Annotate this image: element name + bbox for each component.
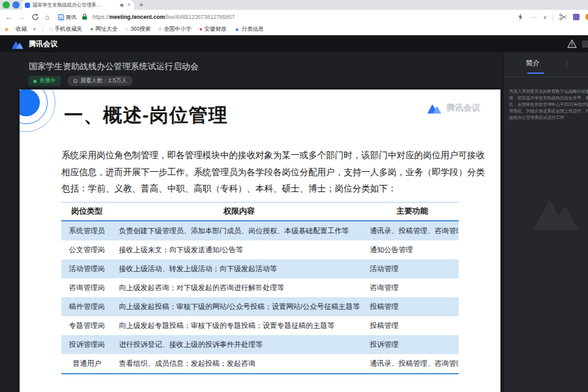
table-header-cell: 权限内容 (112, 206, 366, 217)
table-row: 普通用户查看组织、成员信息；发起投稿；发起咨询通讯录、投稿管理、咨询管理 (61, 354, 459, 373)
phone-bookmark-icon: □ (50, 27, 53, 32)
table-row: 活动管理岗接收上级活动、转发上级活动；向下级发起活动等活动管理 (61, 259, 459, 278)
live-status-badge: 直播中 (29, 76, 61, 86)
tab-strip: 国家学生资助战线办公管理系… × + (0, 0, 588, 10)
tab-intro[interactable]: 简介 (526, 59, 540, 68)
screen: 国家学生资助战线办公管理系… × + ← → ⌂ 证 腾讯 https://me… (0, 0, 588, 392)
tab-active-underline (527, 73, 544, 74)
table-cell: 投诉管理 (366, 340, 459, 350)
address-row: ← → ⌂ 证 腾讯 https://meeting.tencent.com/l… (0, 10, 588, 24)
chevron-down-icon[interactable]: ∨ (543, 14, 547, 20)
flash-save-icon[interactable] (517, 13, 523, 21)
header-edge-icon[interactable] (582, 41, 588, 48)
forward-button[interactable]: → (18, 10, 25, 24)
table-cell: 负责创建下级管理员、添加本部门成员、岗位授权、本级基础配置工作等 (112, 226, 366, 236)
table-row: 咨询管理岗向上级发起咨询；对下级发起的咨询进行解答处理等咨询管理 (61, 278, 459, 297)
tab-close-button[interactable]: × (127, 2, 131, 8)
table-cell: 稿件管理岗 (61, 302, 112, 312)
bookmarks-divider (42, 26, 43, 33)
info-sidebar: 简介 为深入贯彻落实党的教育数字化战略行动要求，推动学生资助数字化转型升级，切实… (503, 52, 588, 392)
back-button[interactable]: ← (5, 10, 12, 24)
bookmark-item[interactable]: ○360搜索 (125, 25, 151, 33)
table-row: 公文管理岗接收上级来文；向下级发送通知/公告等通知公告管理 (61, 240, 459, 259)
meeting-header: 腾讯会议 (0, 35, 588, 52)
new-tab-button[interactable]: + (139, 0, 143, 10)
paragraph-line: 系统采用岗位角色制管理，即各管理模块中的接收对象为某一或多个部门时，该部门中对应… (61, 147, 468, 164)
site-verify-icon: 证 (58, 14, 64, 20)
bookmark-label: 全国中小学 (163, 25, 191, 33)
bookmark-item[interactable]: □手机收藏夹 (50, 25, 82, 33)
favorites-star-icon[interactable]: ★ (4, 26, 9, 33)
slide-logo: 腾讯会议 (426, 101, 480, 114)
favorites-caret-icon[interactable]: ▾ (33, 27, 36, 32)
url-path: /live/6465123673812785857 (165, 14, 235, 20)
slide-title: 一、概述-岗位管理 (64, 103, 228, 129)
live-status-label: 直播中 (39, 77, 56, 85)
table-cell: 向上级发起投稿；审核下级的网站/公众号投稿；设置网站/公众号征稿主题等 (112, 302, 366, 312)
slide-logo-icon (426, 101, 443, 114)
watermark-logo-icon (529, 191, 585, 233)
table-cell: 接收上级活动、转发上级活动；向下级发起活动等 (112, 264, 366, 274)
table-cell: 活动管理岗 (61, 264, 112, 274)
bookmark-item[interactable]: ▲分类信息 (235, 25, 264, 33)
toolbar-divider (553, 13, 553, 21)
address-bar[interactable]: https://meeting.tencent.com/live/6465123… (93, 14, 235, 20)
search-360-icon: ○ (125, 27, 129, 32)
brand-name[interactable]: 腾讯会议 (29, 39, 57, 49)
refresh-button[interactable] (31, 13, 39, 21)
extension-orange-icon[interactable] (585, 14, 588, 20)
bookmark-label: 手机收藏夹 (54, 25, 82, 33)
home-button[interactable]: ⌂ (45, 10, 50, 24)
tab-audio-icon[interactable] (120, 3, 125, 8)
paragraph-line: 相应信息，进而开展下一步工作。系统管理员为各学段各岗位分配用户，支持一人多岗，业… (61, 164, 468, 181)
screenshot-scissors-icon[interactable] (559, 13, 567, 21)
viewers-badge: ⊙ 观看人数：2.5万人 (67, 76, 133, 86)
sidebar-tabs: 简介 (504, 52, 588, 77)
table-row: 稿件管理岗向上级发起投稿；审核下级的网站/公众号投稿；设置网站/公众号征稿主题等… (61, 297, 459, 316)
bookmark-label: 网址大全 (95, 25, 118, 33)
table-cell: 进行投诉登记、接收上级的投诉事件并处理等 (112, 340, 366, 350)
profile-icon[interactable] (12, 1, 20, 8)
url-scheme: https:// (93, 14, 110, 20)
bookmarks-bar: ★ 收藏 ▾ □手机收藏夹●网址大全○360搜索≡全国中小学●安徽财政▲分类信息 (0, 24, 588, 35)
bookmark-label: 360搜索 (131, 25, 151, 33)
live-stage: 国家学生资助战线办公管理系统试运行启动会 直播中 ⊙ 观看人数：2.5万人 一、… (0, 52, 503, 392)
browser-logo-icon[interactable] (3, 1, 10, 8)
browser-tab[interactable]: 国家学生资助战线办公管理系… × (22, 0, 134, 10)
table-cell: 活动管理 (366, 264, 459, 274)
site-verify-chip[interactable]: 证 腾讯 (58, 14, 76, 21)
table-header-cell: 岗位类型 (61, 206, 112, 217)
sidebar-tab-divider (566, 60, 567, 69)
table-cell: 向上级发起咨询；对下级发起的咨询进行解答处理等 (112, 283, 366, 293)
report-warning-icon[interactable] (567, 39, 577, 48)
table-row: 专题管理岗向上级发起专题投稿；审核下级的专题投稿；设置专题征稿的主题等投稿管理 (61, 316, 459, 335)
bookmark-label: 分类信息 (242, 25, 264, 33)
tab-title: 国家学生资助战线办公管理系… (33, 2, 117, 8)
table-cell: 公文管理岗 (61, 245, 112, 255)
live-video-slide[interactable]: 一、概述-岗位管理 腾讯会议 系统采用岗位角色制管理，即各管理模块中的接收对象为… (20, 90, 500, 392)
table-cell: 咨询管理 (366, 283, 459, 293)
url-host: meeting.tencent.com (109, 14, 165, 20)
table-row: 系统管理员负责创建下级管理员、添加本部门成员、岗位授权、本级基础配置工作等通讯录… (61, 221, 459, 240)
bookmark-item[interactable]: ●网址大全 (90, 25, 118, 33)
extension-icon[interactable] (573, 14, 580, 20)
slide-table-body: 系统管理员负责创建下级管理员、添加本部门成员、岗位授权、本级基础配置工作等通讯录… (61, 221, 459, 374)
favorites-label[interactable]: 收藏 (16, 25, 27, 33)
bookmark-item[interactable]: ≡全国中小学 (159, 25, 191, 33)
slide-logo-text: 腾讯会议 (446, 102, 480, 114)
viewers-count: 观看人数：2.5万人 (80, 77, 127, 85)
site-nav-icon: ● (90, 27, 93, 32)
site-verify-label: 腾讯 (66, 14, 76, 21)
more-menu-button[interactable]: ··· (529, 14, 537, 20)
tencent-meeting-logo-icon (10, 39, 25, 50)
table-cell: 投稿管理 (366, 302, 459, 312)
live-title: 国家学生资助战线办公管理系统试运行启动会 (29, 61, 199, 73)
bookmark-items: □手机收藏夹●网址大全○360搜索≡全国中小学●安徽财政▲分类信息 (50, 25, 264, 33)
table-cell: 系统管理员 (61, 226, 112, 236)
paragraph-line: 包括：学前、义教、普高、中职、高职（专科）、本科、硕士、博士；岗位分类如下： (61, 180, 468, 197)
table-header-row: 岗位类型权限内容主要功能 (61, 202, 459, 221)
tab-favicon-icon (25, 3, 30, 8)
bookmark-item[interactable]: ●安徽财政 (199, 25, 227, 33)
slide-paragraph: 系统采用岗位角色制管理，即各管理模块中的接收对象为某一或多个部门时，该部门中对应… (61, 147, 468, 197)
table-cell: 通知公告管理 (366, 245, 459, 255)
